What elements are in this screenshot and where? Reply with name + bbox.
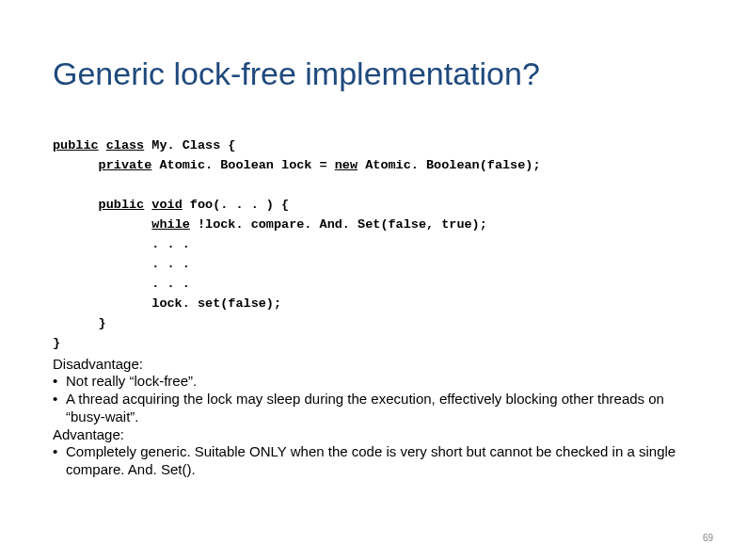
code-text: } [53, 316, 106, 330]
disadvantage-label: Disadvantage: [53, 356, 694, 374]
code-dots: . . . [53, 237, 190, 251]
bullet-text: A thread acquiring the lock may sleep du… [66, 391, 694, 426]
code-indent [53, 217, 151, 232]
bullet-text: Completely generic. Suitable ONLY when t… [66, 443, 694, 479]
keyword-class: class [106, 138, 145, 152]
bullet-item: • Completely generic. Suitable ONLY when… [53, 443, 694, 479]
code-text: } [53, 336, 60, 350]
code-block: public class My. Class { private Atomic.… [53, 136, 694, 353]
slide: Generic lock-free implementation? public… [0, 0, 747, 560]
page-number: 69 [703, 533, 713, 543]
code-indent [53, 158, 99, 172]
code-text: Atomic. Boolean(false); [358, 158, 540, 172]
keyword-private: private [99, 158, 152, 172]
code-indent [53, 198, 99, 212]
code-text: Atomic. Boolean lock = [151, 158, 334, 172]
code-dots: . . . [53, 257, 190, 271]
body-text: Disadvantage: • Not really “lock-free”. … [53, 356, 694, 479]
keyword-while: while [151, 217, 190, 232]
bullet-text: Not really “lock-free”. [66, 373, 694, 391]
code-text: !lock. compare. And. Set(false, true); [190, 217, 487, 232]
bullet-dot: • [53, 391, 66, 426]
bullet-dot: • [53, 373, 66, 391]
keyword-public: public [99, 198, 145, 212]
keyword-void: void [151, 198, 182, 212]
advantage-label: Advantage: [53, 426, 694, 444]
bullet-item: • A thread acquiring the lock may sleep … [53, 391, 694, 426]
keyword-public: public [53, 138, 99, 152]
code-text: lock. set(false); [53, 296, 281, 311]
code-dots: . . . [53, 277, 190, 291]
keyword-new: new [335, 158, 358, 172]
bullet-dot: • [53, 443, 66, 479]
bullet-item: • Not really “lock-free”. [53, 373, 694, 391]
code-text: foo(. . . ) { [183, 198, 289, 212]
slide-title: Generic lock-free implementation? [53, 56, 694, 91]
code-text: My. Class { [144, 138, 235, 152]
